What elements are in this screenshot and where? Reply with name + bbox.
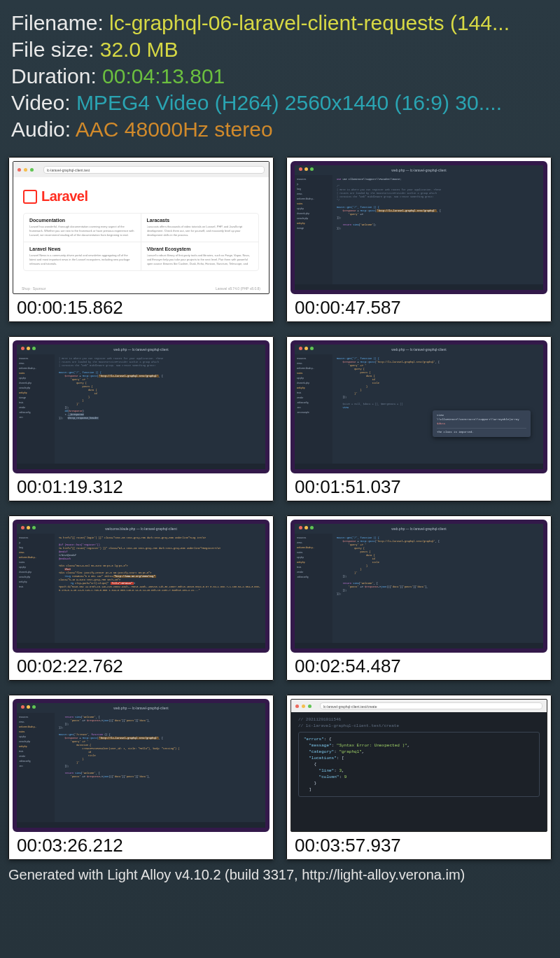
thumb-image-ide: web.php — lc-laravel-graphql-client reso…: [13, 699, 270, 832]
code-area: return view('welcome', [ 'posts' => $res…: [55, 713, 265, 822]
traffic-max-icon: [30, 168, 34, 172]
thumbnail-8[interactable]: lc-laravel-graphql-client.test/create //…: [286, 695, 552, 860]
laravel-logo: Laravel: [23, 188, 259, 213]
thumb-image-ide: welcome.blade.php — lc-laravel-graphql-c…: [13, 520, 270, 653]
thumb-image-ide: web.php — lc-laravel-graphql-client reso…: [290, 340, 547, 473]
generator-footer: Generated with Light Alloy v4.10.2 (buil…: [0, 863, 560, 883]
value-video: MPEG4 Video (H264) 2560x1440 (16:9) 30..…: [76, 91, 502, 114]
meta-duration: Duration: 00:04:13.801: [11, 63, 549, 90]
thumbnail-6[interactable]: web.php — lc-laravel-graphql-client reso…: [286, 515, 552, 681]
timestamp-7: 00:03:26.212: [13, 832, 270, 860]
thumbnail-5[interactable]: welcome.blade.php — lc-laravel-graphql-c…: [8, 515, 274, 681]
footer-right: Laravel v8.74.0 (PHP v8.0.8): [216, 286, 260, 291]
traffic-close-icon: [18, 168, 21, 172]
address-bar: lc-laravel-graphql-client.test/create: [320, 702, 542, 709]
timestamp-5: 00:02:22.762: [13, 653, 270, 681]
thumbnail-7[interactable]: web.php — lc-laravel-graphql-client reso…: [8, 695, 274, 860]
thumbnail-4[interactable]: web.php — lc-laravel-graphql-client reso…: [286, 336, 552, 501]
ide-sidebar: resources js lang views welcome.blade.p.…: [17, 534, 55, 643]
timestamp-2: 00:00:47.587: [290, 294, 547, 322]
value-filesize: 32.0 MB: [100, 38, 178, 61]
thumb-image-ide: web.php — lc-laravel-graphql-client reso…: [13, 340, 270, 473]
thumb-image-json-error: lc-laravel-graphql-client.test/create //…: [290, 699, 547, 832]
meta-filename: Filename: lc-graphql-06-laravel-client-r…: [11, 10, 549, 36]
meta-filesize: File size: 32.0 MB: [11, 36, 549, 63]
timestamp-8: 00:03:57.937: [290, 832, 547, 860]
meta-audio: Audio: AAC 48000Hz stereo: [11, 116, 549, 143]
thumb-image-ide: web.php — lc-laravel-graphql-client reso…: [290, 161, 547, 294]
code-area: Route::get('/', function () { $response …: [332, 534, 543, 643]
card-laracasts: Laracasts Laracasts offers thousands of …: [141, 214, 259, 242]
label-video: Video:: [11, 91, 71, 114]
timestamp-6: 00:02:54.487: [290, 653, 547, 681]
card-ecosystem: Vibrant Ecosystem Laravel's robust libra…: [141, 242, 259, 270]
card-documentation: Documentation Laravel has wonderful, tho…: [24, 214, 141, 242]
card-news: Laravel News Laravel News is a community…: [24, 242, 141, 270]
timestamp-1: 00:00:15.862: [13, 294, 270, 322]
value-duration: 00:04:13.801: [102, 64, 225, 88]
timestamp-3: 00:01:19.312: [13, 473, 270, 501]
footer-left: Shop · Sponsor: [22, 286, 46, 291]
ide-sidebar: resources views welcome.blade.p... route…: [17, 354, 55, 464]
code-area: use use Illuminate\\Support\\Facades\\Ro…: [332, 175, 543, 284]
value-audio: AAC 48000Hz stereo: [76, 118, 273, 141]
thumbnail-1[interactable]: lc-laravel-graphql-client.test Laravel D…: [8, 157, 274, 322]
thumbnail-3[interactable]: web.php — lc-laravel-graphql-client reso…: [8, 336, 274, 501]
code-area: <a href="{{ route('login') }}" class="te…: [55, 534, 265, 643]
timestamp-4: 00:01:51.037: [290, 473, 547, 501]
value-filename: lc-graphql-06-laravel-client-requests (1…: [109, 11, 510, 34]
file-metadata: Filename: lc-graphql-06-laravel-client-r…: [0, 0, 560, 148]
thumb-image-ide: web.php — lc-laravel-graphql-client reso…: [290, 520, 547, 653]
label-filesize: File size:: [11, 38, 94, 61]
code-area: Route::get('/', function () { $response …: [332, 354, 543, 464]
traffic-min-icon: [24, 168, 27, 172]
laravel-brand: Laravel: [41, 188, 88, 204]
ide-sidebar: resources views welcome.blade.p... route…: [295, 534, 332, 643]
label-filename: Filename:: [11, 11, 104, 34]
ide-sidebar: resources js lang views welcome.blade.p.…: [295, 175, 332, 284]
label-duration: Duration:: [11, 64, 97, 88]
thumbnail-grid: lc-laravel-graphql-client.test Laravel D…: [0, 148, 560, 863]
code-area: | Here is where you can register web rou…: [55, 354, 265, 464]
meta-video: Video: MPEG4 Video (H264) 2560x1440 (16:…: [11, 90, 549, 116]
thumb-image-laravel: lc-laravel-graphql-client.test Laravel D…: [13, 161, 270, 294]
laravel-mark-icon: [23, 190, 37, 204]
tooltip-autocomplete: view \\Illuminate\\Contracts\\Support\\A…: [433, 410, 531, 437]
label-audio: Audio:: [11, 118, 71, 141]
address-bar: lc-laravel-graphql-client.test: [43, 166, 265, 174]
ide-sidebar: resources views welcome.blade.p... route…: [295, 354, 332, 464]
ide-sidebar: resources views welcome.blade.p... route…: [17, 713, 55, 822]
json-output: // 20211201011546 // lc-laravel-graphql-…: [291, 712, 547, 831]
thumbnail-2[interactable]: web.php — lc-laravel-graphql-client reso…: [286, 157, 552, 322]
